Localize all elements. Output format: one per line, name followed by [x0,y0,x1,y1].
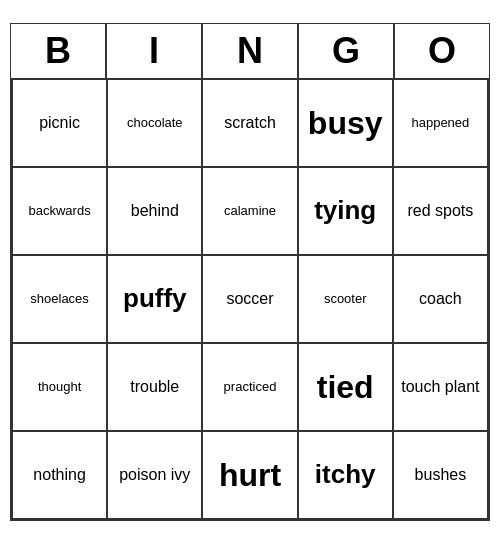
header-letter-g: G [298,23,394,79]
bingo-cell-r3-c0: thought [12,343,107,431]
bingo-cell-r4-c2: hurt [202,431,297,519]
bingo-cell-text: behind [131,201,179,220]
bingo-cell-text: backwards [29,203,91,219]
bingo-cell-r3-c4: touch plant [393,343,488,431]
bingo-cell-text: poison ivy [119,465,190,484]
bingo-cell-text: scooter [324,291,367,307]
bingo-cell-r0-c4: happened [393,79,488,167]
bingo-cell-r0-c0: picnic [12,79,107,167]
bingo-cell-text: hurt [219,456,281,494]
bingo-cell-text: nothing [33,465,86,484]
bingo-cell-text: happened [411,115,469,131]
bingo-cell-r1-c1: behind [107,167,202,255]
bingo-cell-r3-c1: trouble [107,343,202,431]
bingo-cell-text: coach [419,289,462,308]
bingo-cell-text: shoelaces [30,291,89,307]
bingo-cell-r2-c0: shoelaces [12,255,107,343]
bingo-card: BINGO picnicchocolatescratchbusyhappened… [10,23,490,521]
bingo-cell-r2-c4: coach [393,255,488,343]
header-letter-o: O [394,23,490,79]
bingo-cell-text: scratch [224,113,276,132]
bingo-cell-text: thought [38,379,81,395]
bingo-cell-text: calamine [224,203,276,219]
header-letter-i: I [106,23,202,79]
bingo-cell-text: soccer [226,289,273,308]
bingo-cell-r3-c3: tied [298,343,393,431]
bingo-cell-text: tied [317,368,374,406]
bingo-cell-r1-c2: calamine [202,167,297,255]
bingo-cell-r3-c2: practiced [202,343,297,431]
bingo-cell-r0-c3: busy [298,79,393,167]
header-letter-n: N [202,23,298,79]
bingo-cell-text: trouble [130,377,179,396]
bingo-cell-r1-c3: tying [298,167,393,255]
bingo-grid: picnicchocolatescratchbusyhappenedbackwa… [10,79,490,521]
bingo-cell-r0-c2: scratch [202,79,297,167]
bingo-cell-r4-c0: nothing [12,431,107,519]
bingo-cell-text: busy [308,104,383,142]
bingo-cell-text: picnic [39,113,80,132]
bingo-cell-r1-c0: backwards [12,167,107,255]
bingo-cell-r0-c1: chocolate [107,79,202,167]
bingo-cell-r4-c4: bushes [393,431,488,519]
bingo-cell-text: tying [314,195,376,226]
bingo-cell-r1-c4: red spots [393,167,488,255]
bingo-cell-text: bushes [415,465,467,484]
bingo-cell-r2-c2: soccer [202,255,297,343]
bingo-cell-r4-c3: itchy [298,431,393,519]
bingo-cell-text: puffy [123,283,187,314]
header-letter-b: B [10,23,106,79]
bingo-header: BINGO [10,23,490,79]
bingo-cell-r2-c1: puffy [107,255,202,343]
bingo-cell-text: red spots [407,201,473,220]
bingo-cell-text: practiced [224,379,277,395]
bingo-cell-r4-c1: poison ivy [107,431,202,519]
bingo-cell-text: chocolate [127,115,183,131]
bingo-cell-text: itchy [315,459,376,490]
bingo-cell-r2-c3: scooter [298,255,393,343]
bingo-cell-text: touch plant [401,377,479,396]
